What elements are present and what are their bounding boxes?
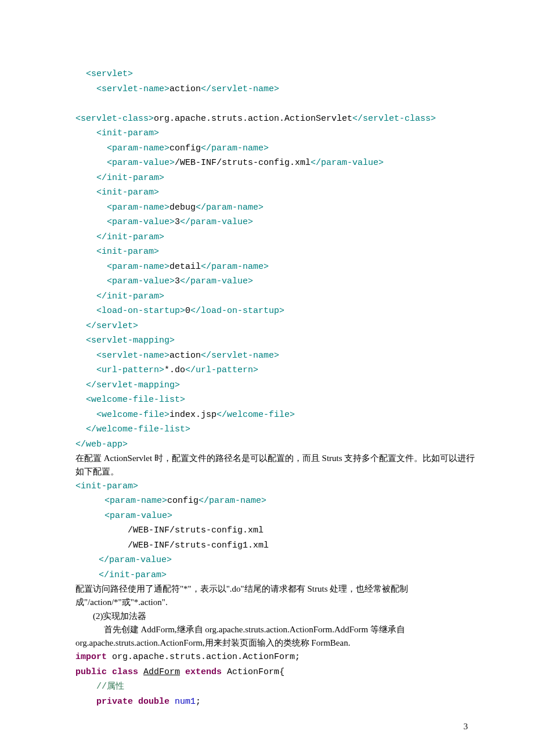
xml-tag: <init-param> [75,481,138,491]
xml-tag: <param-name> [75,203,169,213]
java-comment: //属性 [75,682,124,692]
xml-tag: </url-pattern> [185,365,258,375]
xml-tag: </web-app> [75,440,128,449]
code-line: <param-value>3</param-value> [75,215,482,230]
xml-tag: <init-param> [75,188,159,197]
code-line: </init-param> [75,568,482,583]
xml-tag: <param-value> [75,276,175,286]
xml-tag: </init-param> [75,291,164,301]
xml-tag: </servlet-name> [201,84,279,94]
code-line: <welcome-file>index.jsp</welcome-file> [75,408,482,423]
xml-tag: </load-on-startup> [190,306,284,316]
xml-tag: </param-name> [201,262,269,272]
java-text: ActionForm{ [222,667,284,677]
code-line: <param-value>/WEB-INF/struts-config.xml<… [75,156,482,171]
code-line: <param-name>detail</param-name> [75,260,482,275]
xml-tag: </servlet> [75,321,138,331]
xml-text: /WEB-INF/struts-config.xml [128,525,264,535]
xml-text: config [169,143,201,153]
code-line: </init-param> [75,171,482,186]
xml-tag: <url-pattern> [75,365,164,375]
xml-tag: </servlet-mapping> [75,380,180,390]
code-line: </web-app> [75,437,482,452]
xml-text: 0 [185,306,190,316]
xml-text: /WEB-INF/struts-config1.xml [128,541,269,550]
code-line: /WEB-INF/struts-config.xml [75,523,482,538]
xml-text: *.do [164,365,185,375]
code-line: <load-on-startup>0</load-on-startup> [75,304,482,319]
xml-text: debug [169,203,196,213]
xml-tag: <init-param> [75,128,159,138]
code-line: <init-param> [75,244,482,260]
xml-tag: <servlet-class> [75,114,154,124]
xml-tag: </init-param> [75,232,164,242]
xml-tag: </param-name> [196,203,264,213]
xml-tag: <welcome-file> [75,410,169,420]
xml-tag: <param-name> [104,496,167,506]
paragraph: 配置访问路径使用了通配符"*"，表示以".do"结尾的请求都有 Struts 处… [75,582,482,610]
java-keyword: public [75,667,107,677]
xml-text: detail [169,262,201,272]
code-line: import org.apache.struts.action.ActionFo… [75,650,482,665]
xml-tag: </init-param> [75,173,164,183]
page-number: 3 [464,719,468,735]
xml-tag: </param-value> [311,158,384,168]
code-line: </init-param> [75,289,482,304]
code-line: <servlet> [75,67,482,82]
xml-tag: <param-name> [75,143,169,153]
xml-tag: <param-name> [75,262,169,272]
paragraph: (2)实现加法器 [75,610,482,623]
xml-tag: <servlet-mapping> [75,336,175,345]
code-line: <servlet-name>action</servlet-name> [75,348,482,363]
xml-tag: </welcome-file> [217,410,295,420]
code-line: //属性 [75,679,482,694]
code-line: public class AddForm extends ActionForm{ [75,665,482,680]
xml-tag: <param-value> [75,217,175,227]
code-line: private double num1; [75,694,482,710]
code-line: <param-name>config</param-name> [75,141,482,156]
code-line: /WEB-INF/struts-config1.xml [75,538,482,553]
xml-text: /WEB-INF/struts-config.xml [175,158,311,168]
xml-tag: <param-value> [75,158,175,168]
xml-text: config [167,496,199,506]
xml-tag: </welcome-file-list> [75,424,190,434]
code-line: <param-value>3</param-value> [75,274,482,289]
java-keyword: private [96,697,133,707]
xml-tag: <servlet-name> [75,351,169,361]
java-field: num1 [175,697,196,707]
java-classname: AddForm [143,667,180,677]
xml-tag: </param-name> [199,496,266,506]
code-line: </servlet> [75,319,482,334]
java-keyword: double [138,697,169,707]
code-line: <servlet-mapping> [75,333,482,348]
xml-text: index.jsp [169,410,217,420]
xml-tag: <servlet-name> [75,84,169,94]
xml-tag: </servlet-class> [352,114,436,124]
xml-tag: </servlet-name> [201,351,279,361]
code-line: <servlet-name>action</servlet-name> [75,82,482,97]
code-line: </init-param> [75,230,482,245]
xml-tag: <welcome-file-list> [75,395,185,405]
xml-text: 3 [175,276,180,286]
code-line: <welcome-file-list> [75,393,482,408]
java-keyword: import [75,652,107,662]
paragraph: 在配置 ActionServlet 时，配置文件的路径名是可以配置的，而且 St… [75,452,482,479]
xml-tag: <init-param> [75,247,159,257]
xml-tag: </param-value> [99,555,172,565]
xml-tag: </param-name> [201,143,269,153]
xml-text: action [169,351,201,361]
code-line: <init-param> [75,479,482,494]
code-line: <init-param> [75,185,482,200]
code-line: </servlet-mapping> [75,378,482,393]
java-keyword: extends [185,667,222,677]
code-line: <init-param> [75,126,482,141]
xml-tag: </init-param> [99,570,167,580]
paragraph: 首先创建 AddForm,继承自 org.apache.struts.actio… [75,623,482,650]
xml-tag: <servlet> [75,69,133,79]
code-line [75,96,482,111]
java-keyword: class [112,667,138,677]
xml-tag: <load-on-startup> [75,306,185,316]
xml-text: 3 [175,217,180,227]
xml-tag: </param-value> [180,217,253,227]
xml-tag: </param-value> [180,276,253,286]
